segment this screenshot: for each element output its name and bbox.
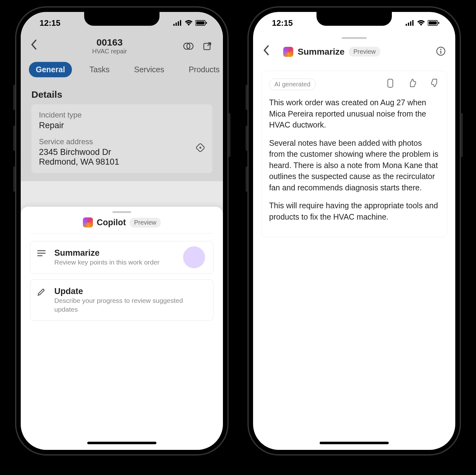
- battery-icon: [428, 20, 440, 26]
- svg-rect-16: [408, 23, 409, 26]
- wifi-icon: [417, 20, 425, 26]
- svg-rect-25: [388, 79, 393, 87]
- summarize-header: Summarize Preview: [253, 39, 455, 64]
- svg-rect-15: [406, 24, 407, 26]
- home-indicator[interactable]: [320, 442, 389, 444]
- screen-left: 12:15 00163 HVAC repair: [21, 12, 223, 450]
- battery-icon: [195, 20, 207, 26]
- tab-general[interactable]: General: [29, 62, 72, 77]
- address-label: Service address: [39, 137, 205, 146]
- incident-type-value: Repair: [39, 121, 205, 130]
- svg-rect-0: [173, 24, 175, 26]
- ai-generated-badge: AI generated: [269, 79, 316, 90]
- thumbs-down-icon[interactable]: [430, 79, 439, 90]
- phone-left: 12:15 00163 HVAC repair: [15, 6, 229, 456]
- thumbs-up-icon[interactable]: [408, 79, 417, 90]
- tab-services[interactable]: Services: [127, 62, 171, 77]
- svg-rect-2: [178, 21, 179, 26]
- details-card: Incident type Repair Service address 234…: [31, 104, 212, 173]
- svg-rect-21: [438, 22, 439, 24]
- svg-rect-18: [412, 20, 414, 26]
- copilot-logo-icon: [83, 217, 93, 227]
- open-external-icon[interactable]: [201, 40, 214, 52]
- svg-rect-20: [429, 21, 437, 25]
- header-title-block: 00163 HVAC repair: [43, 37, 176, 55]
- preview-badge: Preview: [130, 218, 161, 227]
- details-title: Details: [31, 89, 212, 100]
- summary-paragraph-2: Several notes have been added with photo…: [269, 138, 439, 194]
- phone-right: 12:15 Summarize Preview: [247, 6, 461, 456]
- wifi-icon: [185, 20, 193, 26]
- screen-right: 12:15 Summarize Preview: [253, 12, 455, 450]
- option-update[interactable]: Update Describe your progress to review …: [30, 279, 214, 321]
- svg-rect-5: [196, 21, 204, 25]
- notch: [84, 12, 160, 26]
- summarize-desc: Review key points in this work order: [54, 258, 160, 266]
- svg-point-23: [440, 49, 441, 50]
- back-icon[interactable]: [30, 39, 37, 53]
- status-time: 12:15: [40, 18, 61, 28]
- copy-icon[interactable]: [387, 79, 394, 90]
- svg-rect-6: [206, 22, 207, 24]
- update-title: Update: [54, 287, 207, 296]
- summarize-title: Summarize: [54, 248, 160, 258]
- status-time: 12:15: [272, 18, 293, 28]
- tab-products[interactable]: Products: [182, 62, 223, 77]
- copilot-header-icon[interactable]: [182, 40, 195, 52]
- info-icon[interactable]: [436, 46, 446, 57]
- summarize-title: Summarize: [298, 47, 344, 57]
- address-line2: Redmond, WA 98101: [39, 157, 205, 167]
- address-value: 2345 Birchwood Dr Redmond, WA 98101: [39, 147, 205, 167]
- copilot-logo-icon: [283, 47, 293, 57]
- option-update-text: Update Describe your progress to review …: [54, 287, 207, 314]
- address-line1: 2345 Birchwood Dr: [39, 147, 205, 157]
- details-section: Details Incident type Repair Service add…: [21, 81, 223, 181]
- tap-highlight-icon: [183, 246, 205, 268]
- summary-card: AI generated This work order was created…: [261, 71, 447, 237]
- svg-rect-1: [176, 23, 177, 26]
- summary-paragraph-1: This work order was created on Aug 27 wh…: [269, 97, 439, 131]
- feedback-icons: [387, 79, 439, 90]
- pencil-icon: [37, 287, 48, 298]
- cellular-signal-icon: [173, 20, 182, 26]
- cellular-signal-icon: [406, 20, 414, 26]
- tab-tasks[interactable]: Tasks: [83, 62, 116, 77]
- tabs: General Tasks Services Products Tir: [21, 58, 223, 81]
- update-desc: Describe your progress to review suggest…: [54, 296, 207, 314]
- copilot-sheet-header: Copilot Preview: [30, 217, 214, 233]
- work-order-type: HVAC repair: [43, 48, 176, 55]
- back-icon[interactable]: [262, 45, 269, 59]
- svg-rect-17: [410, 21, 411, 26]
- preview-badge: Preview: [349, 47, 380, 57]
- status-icons: [173, 20, 207, 26]
- svg-point-11: [199, 147, 201, 149]
- svg-rect-24: [441, 51, 441, 54]
- svg-rect-3: [180, 20, 181, 26]
- incident-type-label: Incident type: [39, 111, 205, 119]
- status-icons: [406, 20, 440, 26]
- app-header: 00163 HVAC repair: [21, 34, 223, 58]
- notch: [316, 12, 392, 26]
- work-order-number: 00163: [43, 37, 176, 48]
- copilot-bottom-sheet: Copilot Preview Summarize Review key poi…: [21, 207, 223, 450]
- summary-body: This work order was created on Aug 27 wh…: [269, 97, 439, 222]
- summary-paragraph-3: This will require having the appropriate…: [269, 200, 439, 222]
- option-summarize[interactable]: Summarize Review key points in this work…: [30, 241, 214, 274]
- map-pin-icon[interactable]: [195, 142, 206, 155]
- summary-top-row: AI generated: [269, 79, 439, 90]
- sheet-grabber[interactable]: [112, 211, 131, 213]
- home-indicator[interactable]: [87, 442, 156, 444]
- copilot-title: Copilot: [97, 218, 126, 227]
- option-summarize-text: Summarize Review key points in this work…: [54, 248, 160, 266]
- summarize-icon: [37, 248, 48, 258]
